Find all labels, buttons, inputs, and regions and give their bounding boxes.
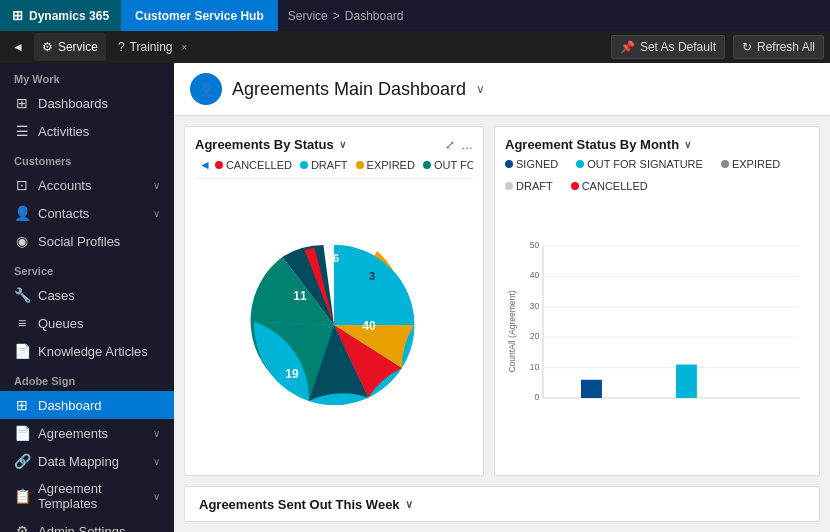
bottom-chevron-icon[interactable]: ∨ [405, 498, 413, 511]
nav-back-button[interactable]: ◄ [6, 33, 30, 61]
content-area: 👤 Agreements Main Dashboard ∨ Agreements… [174, 63, 830, 532]
sidebar-item-social-profiles[interactable]: ◉ Social Profiles [0, 227, 174, 255]
accounts-chevron-icon: ∨ [153, 180, 160, 191]
tab-service[interactable]: ⚙ Service [34, 33, 106, 61]
bar-chart-panel: Agreement Status By Month ∨ SIGNED OUT F… [494, 126, 820, 476]
pie-chart-chevron-icon[interactable]: ∨ [339, 139, 346, 150]
svg-text:19: 19 [285, 367, 299, 381]
charts-row: Agreements By Status ∨ ⤢ … ◄ CANCELLED [174, 116, 830, 486]
tab-training[interactable]: ? Training × [110, 33, 195, 61]
nav-actions: 📌 Set As Default ↻ Refresh All [611, 35, 824, 59]
sidebar-item-contacts[interactable]: 👤 Contacts ∨ [0, 199, 174, 227]
bar-chart-header: Agreement Status By Month ∨ [505, 137, 809, 152]
agreements-chevron-icon: ∨ [153, 428, 160, 439]
refresh-all-button[interactable]: ↻ Refresh All [733, 35, 824, 59]
legend-out-for-sig: OUT FOR S… [423, 159, 473, 171]
training-tab-icon: ? [118, 40, 125, 54]
legend-cancelled: CANCELLED [215, 159, 292, 171]
agreement-templates-icon: 📋 [14, 488, 30, 504]
dashboard-dropdown-chevron-icon[interactable]: ∨ [476, 82, 485, 96]
pie-chart-visual: 40 19 11 6 3 [195, 185, 473, 465]
accounts-icon: ⊡ [14, 177, 30, 193]
bar-legend: SIGNED OUT FOR SIGNATURE EXPIRED DRAFT [505, 158, 809, 192]
bar-cancelled-dot [571, 182, 579, 190]
agreement-templates-chevron-icon: ∨ [153, 491, 160, 502]
set-default-button[interactable]: 📌 Set As Default [611, 35, 725, 59]
customers-section: Customers [0, 145, 174, 171]
sidebar-item-agreements[interactable]: 📄 Agreements ∨ [0, 419, 174, 447]
bottom-section: Agreements Sent Out This Week ∨ [184, 486, 820, 522]
cases-icon: 🔧 [14, 287, 30, 303]
refresh-icon: ↻ [742, 40, 752, 54]
dynamics-label: Dynamics 365 [29, 9, 109, 23]
dynamics365-logo[interactable]: ⊞ Dynamics 365 [0, 0, 121, 31]
page-title: Agreements Main Dashboard [232, 79, 466, 100]
service-tab-label: Service [58, 40, 98, 54]
adobe-sign-section: Adobe Sign [0, 365, 174, 391]
dashboard-icon: ⊞ [14, 397, 30, 413]
sidebar-item-knowledge-articles[interactable]: 📄 Knowledge Articles [0, 337, 174, 365]
agreements-icon: 📄 [14, 425, 30, 441]
social-profiles-icon: ◉ [14, 233, 30, 249]
svg-text:40: 40 [530, 270, 540, 280]
my-work-section: My Work [0, 63, 174, 89]
breadcrumb: Service > Dashboard [278, 9, 414, 23]
contacts-chevron-icon: ∨ [153, 208, 160, 219]
expand-icon[interactable]: ⤢ [445, 138, 455, 152]
contacts-icon: 👤 [14, 205, 30, 221]
svg-text:40: 40 [362, 319, 376, 333]
hub-label[interactable]: Customer Service Hub [121, 0, 278, 31]
bottom-title: Agreements Sent Out This Week ∨ [199, 497, 413, 512]
bar-legend-signed: SIGNED [505, 158, 558, 170]
legend-draft: DRAFT [300, 159, 348, 171]
close-training-tab-button[interactable]: × [182, 42, 188, 53]
data-mapping-icon: 🔗 [14, 453, 30, 469]
bar-legend-expired: EXPIRED [721, 158, 780, 170]
bar-chart-chevron-icon[interactable]: ∨ [684, 139, 691, 150]
svg-text:20: 20 [530, 331, 540, 341]
dashboard-user-icon: 👤 [198, 81, 215, 97]
sidebar-item-dashboard[interactable]: ⊞ Dashboard [0, 391, 174, 419]
queues-icon: ≡ [14, 315, 30, 331]
legend-expired: EXPIRED [356, 159, 415, 171]
svg-text:10: 10 [530, 362, 540, 372]
sidebar-item-data-mapping[interactable]: 🔗 Data Mapping ∨ [0, 447, 174, 475]
knowledge-icon: 📄 [14, 343, 30, 359]
svg-text:3: 3 [369, 270, 375, 282]
back-icon: ◄ [12, 40, 24, 54]
admin-settings-icon: ⚙ [14, 523, 30, 532]
dashboards-icon: ⊞ [14, 95, 30, 111]
sidebar-item-dashboards[interactable]: ⊞ Dashboards [0, 89, 174, 117]
sidebar-item-activities[interactable]: ☰ Activities [0, 117, 174, 145]
sidebar-item-cases[interactable]: 🔧 Cases [0, 281, 174, 309]
expired-dot [356, 161, 364, 169]
bar-legend-draft: DRAFT [505, 180, 553, 192]
signed-dot [505, 160, 513, 168]
pin-icon: 📌 [620, 40, 635, 54]
sidebar-item-agreement-templates[interactable]: 📋 Agreement Templates ∨ [0, 475, 174, 517]
cancelled-dot [215, 161, 223, 169]
more-options-icon[interactable]: … [461, 138, 473, 152]
pie-chart-title: Agreements By Status ∨ [195, 137, 346, 152]
svg-text:0: 0 [534, 392, 539, 402]
pie-chart-actions: ⤢ … [445, 138, 473, 152]
legend-prev-arrow[interactable]: ◄ [195, 158, 215, 172]
sidebar-item-queues[interactable]: ≡ Queues [0, 309, 174, 337]
secondary-navigation: ◄ ⚙ Service ? Training × 📌 Set As Defaul… [0, 31, 830, 63]
dashboard-icon-circle: 👤 [190, 73, 222, 105]
draft-dot [300, 161, 308, 169]
pie-chart-panel: Agreements By Status ∨ ⤢ … ◄ CANCELLED [184, 126, 484, 476]
sidebar-item-accounts[interactable]: ⊡ Accounts ∨ [0, 171, 174, 199]
dashboard-header: 👤 Agreements Main Dashboard ∨ [174, 63, 830, 116]
sidebar-item-admin-settings[interactable]: ⚙ Admin Settings [0, 517, 174, 532]
service-tab-icon: ⚙ [42, 40, 53, 54]
svg-text:50: 50 [530, 240, 540, 250]
sidebar: My Work ⊞ Dashboards ☰ Activities Custom… [0, 63, 174, 532]
bar-chart-visual: CountAll (Agreement) 0 10 [505, 198, 809, 465]
bar-chart-title: Agreement Status By Month ∨ [505, 137, 691, 152]
bar-expired-dot [721, 160, 729, 168]
svg-text:30: 30 [530, 301, 540, 311]
dynamics-grid-icon: ⊞ [12, 8, 23, 23]
top-navigation: ⊞ Dynamics 365 Customer Service Hub Serv… [0, 0, 830, 31]
bar-out-for-sig-dot [576, 160, 584, 168]
